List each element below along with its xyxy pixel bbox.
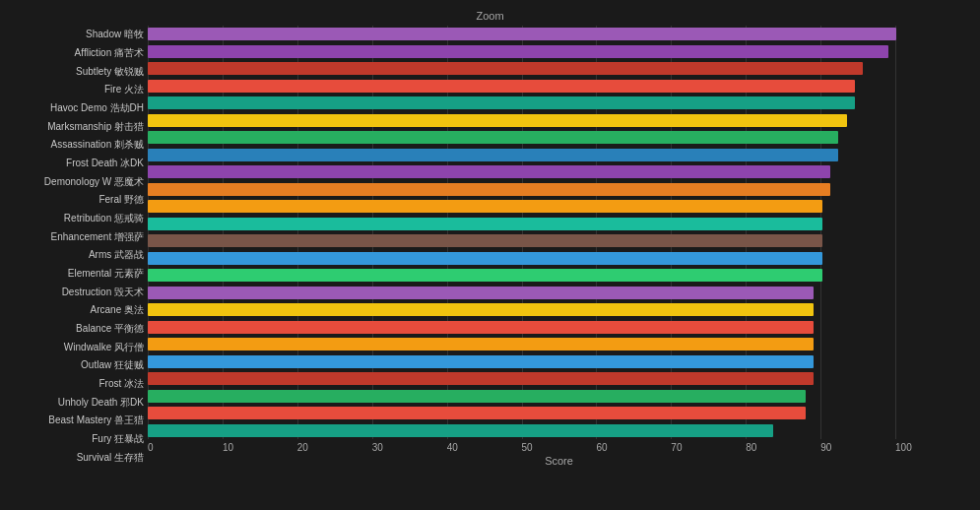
- bar: [148, 338, 814, 351]
- bar: [148, 200, 822, 213]
- bar-row: [148, 198, 970, 216]
- bar-row: [148, 370, 970, 388]
- bars-container: [148, 26, 970, 439]
- bar-row: [148, 405, 970, 422]
- x-tick: 50: [522, 442, 597, 453]
- bar-row: [148, 388, 970, 406]
- bar: [148, 252, 822, 265]
- y-label: Fire 火法: [10, 81, 144, 99]
- y-label: Enhancement 增强萨: [10, 227, 144, 246]
- bar: [148, 303, 814, 316]
- bar-row: [148, 422, 970, 440]
- y-label: Shadow 暗牧: [10, 26, 144, 44]
- y-label: Havoc Demo 浩劫DH: [10, 99, 144, 118]
- bar: [148, 234, 822, 247]
- x-tick: 30: [372, 442, 447, 453]
- bar-row: [148, 26, 970, 43]
- bar: [148, 96, 855, 109]
- bar-row: [148, 43, 970, 61]
- y-label: Frost Death 冰DK: [10, 155, 144, 173]
- bar-row: [148, 301, 970, 319]
- y-label: Marksmanship 射击猎: [10, 117, 144, 136]
- bar-row: [148, 163, 970, 181]
- bar-row: [148, 95, 970, 112]
- x-tick: 70: [671, 442, 746, 453]
- x-axis-label: Score: [148, 455, 970, 467]
- bar: [148, 183, 830, 196]
- chart-title: Zoom: [10, 10, 970, 22]
- bar: [148, 218, 822, 230]
- bar: [148, 114, 847, 127]
- bar: [148, 372, 814, 385]
- chart-container: Zoom Shadow 暗牧Affliction 痛苦术Subtlety 敏锐贼…: [0, 0, 980, 510]
- y-label: Fury 狂暴战: [10, 430, 144, 449]
- x-tick: 90: [820, 442, 895, 453]
- y-label: Survival 生存猎: [10, 448, 144, 467]
- y-label: Arms 武器战: [10, 246, 144, 265]
- bar-row: [148, 285, 970, 302]
- y-label: Assassination 刺杀贼: [10, 136, 144, 155]
- bar: [148, 165, 830, 178]
- bar: [148, 390, 806, 403]
- x-axis: 0102030405060708090100: [148, 442, 970, 453]
- bar-row: [148, 181, 970, 199]
- bar-row: [148, 232, 970, 250]
- x-tick: 40: [447, 442, 522, 453]
- bar: [148, 321, 814, 334]
- plot-area: 0102030405060708090100 Score: [148, 26, 970, 467]
- y-label: Affliction 痛苦术: [10, 44, 144, 63]
- bar-row: [148, 267, 970, 285]
- bar: [148, 149, 838, 161]
- y-label: Demonology W 恶魔术: [10, 172, 144, 191]
- x-tick: 10: [223, 442, 297, 453]
- bar: [148, 28, 896, 40]
- bar: [148, 407, 806, 419]
- bar: [148, 45, 888, 58]
- bar: [148, 131, 838, 144]
- y-label: Destruction 毁天术: [10, 283, 144, 301]
- y-axis: Shadow 暗牧Affliction 痛苦术Subtlety 敏锐贼Fire …: [10, 26, 148, 467]
- bar-row: [148, 216, 970, 233]
- y-label: Frost 冰法: [10, 375, 144, 394]
- bar-row: [148, 60, 970, 78]
- y-label: Outlaw 狂徒贼: [10, 356, 144, 375]
- y-label: Subtlety 敏锐贼: [10, 62, 144, 81]
- bar-row: [148, 353, 970, 371]
- x-tick: 100: [895, 442, 970, 453]
- bar: [148, 424, 773, 437]
- x-tick: 20: [297, 442, 372, 453]
- bar-row: [148, 319, 970, 337]
- y-label: Elemental 元素萨: [10, 265, 144, 284]
- bar-row: [148, 129, 970, 147]
- bar: [148, 62, 863, 75]
- bar: [148, 269, 822, 282]
- y-label: Unholy Death 邪DK: [10, 393, 144, 412]
- x-tick: 80: [746, 442, 820, 453]
- bar-row: [148, 250, 970, 268]
- bar: [148, 80, 855, 93]
- bar: [148, 355, 814, 368]
- bar-row: [148, 336, 970, 353]
- x-tick: 60: [596, 442, 671, 453]
- y-label: Retribution 惩戒骑: [10, 210, 144, 228]
- y-label: Windwalke 风行僧: [10, 338, 144, 356]
- y-label: Balance 平衡德: [10, 320, 144, 339]
- bar: [148, 287, 814, 299]
- bar-row: [148, 112, 970, 130]
- y-label: Arcane 奥法: [10, 301, 144, 320]
- x-tick: 0: [148, 442, 223, 453]
- bar-row: [148, 78, 970, 96]
- y-label: Feral 野德: [10, 191, 144, 210]
- y-label: Beast Mastery 兽王猎: [10, 412, 144, 430]
- bar-row: [148, 147, 970, 164]
